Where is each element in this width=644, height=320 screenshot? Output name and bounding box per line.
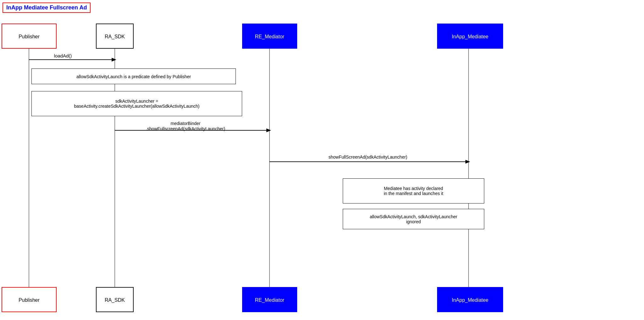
svg-text:mediatorBinder: mediatorBinder (171, 121, 201, 126)
svg-text:.showFullscreenAd(sdkActivityL: .showFullscreenAd(sdkActivityLauncher) (146, 126, 225, 131)
participant-publisher-bottom: Publisher (2, 287, 57, 312)
participant-inapp-mediatee-bottom: InApp_Mediatee (437, 287, 503, 312)
svg-text:showFullScreenAd(sdkActivityLa: showFullScreenAd(sdkActivityLauncher) (329, 155, 408, 160)
diagram-container: InApp Mediatee Fullscreen Ad loadAd() me… (0, 0, 644, 320)
svg-marker-5 (112, 58, 116, 62)
participant-re-mediator-bottom: RE_Mediator (242, 287, 297, 312)
note-mediatee-activity: Mediatee has activity declared in the ma… (343, 178, 484, 203)
note-sdk-activity-launcher: sdkActivityLauncher = baseActivity.creat… (31, 91, 242, 116)
participant-re-mediator-top: RE_Mediator (242, 24, 297, 49)
participant-inapp-mediatee-top: InApp_Mediatee (437, 24, 503, 49)
note-ignored: allowSdkActivityLaunch, sdkActivityLaunc… (343, 209, 484, 229)
svg-text:loadAd(): loadAd() (54, 53, 72, 58)
participant-ra-sdk-bottom: RA_SDK (96, 287, 134, 312)
note-allow-sdk-predicate: allowSdkActivityLaunch is a predicate de… (31, 68, 236, 84)
participant-publisher-top: Publisher (2, 24, 57, 49)
svg-marker-12 (465, 160, 470, 164)
diagram-title: InApp Mediatee Fullscreen Ad (3, 3, 91, 13)
svg-marker-8 (266, 128, 271, 132)
participant-ra-sdk-top: RA_SDK (96, 24, 134, 49)
